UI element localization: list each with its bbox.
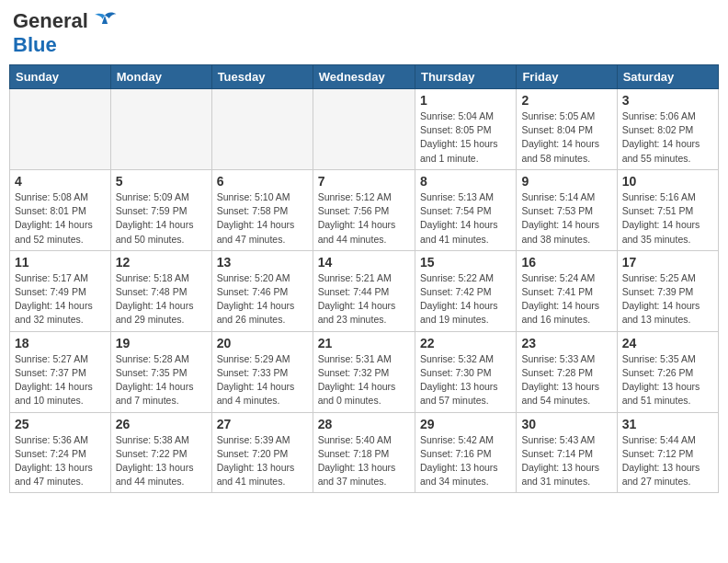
day-header-thursday: Thursday: [415, 65, 516, 89]
calendar-cell: 4Sunrise: 5:08 AM Sunset: 8:01 PM Daylig…: [10, 169, 111, 250]
day-number: 18: [15, 336, 106, 350]
day-info: Sunrise: 5:16 AM Sunset: 7:51 PM Dayligh…: [622, 190, 713, 247]
day-number: 14: [318, 255, 410, 270]
day-info: Sunrise: 5:24 AM Sunset: 7:41 PM Dayligh…: [521, 271, 611, 327]
calendar-cell: 7Sunrise: 5:12 AM Sunset: 7:56 PM Daylig…: [313, 169, 415, 250]
day-info: Sunrise: 5:09 AM Sunset: 7:59 PM Dayligh…: [116, 190, 207, 247]
day-header-saturday: Saturday: [617, 65, 718, 89]
day-number: 20: [217, 336, 308, 350]
day-number: 27: [217, 417, 308, 431]
day-info: Sunrise: 5:35 AM Sunset: 7:26 PM Dayligh…: [622, 352, 713, 408]
day-number: 6: [217, 174, 308, 189]
day-info: Sunrise: 5:08 AM Sunset: 8:01 PM Dayligh…: [15, 190, 106, 247]
calendar-cell: [110, 89, 211, 170]
day-info: Sunrise: 5:22 AM Sunset: 7:42 PM Dayligh…: [420, 271, 511, 327]
day-info: Sunrise: 5:42 AM Sunset: 7:16 PM Dayligh…: [420, 433, 511, 489]
day-header-friday: Friday: [517, 65, 617, 89]
header-row: SundayMondayTuesdayWednesdayThursdayFrid…: [10, 65, 719, 89]
day-info: Sunrise: 5:17 AM Sunset: 7:49 PM Dayligh…: [15, 271, 106, 327]
calendar-cell: 30Sunrise: 5:43 AM Sunset: 7:14 PM Dayli…: [517, 412, 617, 493]
day-number: 1: [420, 93, 511, 108]
logo-bird-icon: [92, 11, 118, 31]
day-info: Sunrise: 5:28 AM Sunset: 7:35 PM Dayligh…: [116, 352, 207, 408]
logo-blue-text: Blue: [13, 33, 57, 56]
day-number: 30: [521, 417, 611, 431]
calendar-cell: 13Sunrise: 5:20 AM Sunset: 7:46 PM Dayli…: [211, 250, 313, 331]
calendar-cell: 17Sunrise: 5:25 AM Sunset: 7:39 PM Dayli…: [617, 250, 718, 331]
day-info: Sunrise: 5:40 AM Sunset: 7:18 PM Dayligh…: [318, 433, 410, 489]
day-info: Sunrise: 5:05 AM Sunset: 8:04 PM Dayligh…: [521, 109, 611, 166]
calendar-table: SundayMondayTuesdayWednesdayThursdayFrid…: [9, 64, 719, 493]
day-number: 25: [15, 417, 106, 431]
calendar-week-2: 4Sunrise: 5:08 AM Sunset: 8:01 PM Daylig…: [10, 169, 719, 250]
day-number: 22: [420, 336, 511, 350]
day-info: Sunrise: 5:31 AM Sunset: 7:32 PM Dayligh…: [318, 352, 410, 408]
calendar-cell: 8Sunrise: 5:13 AM Sunset: 7:54 PM Daylig…: [415, 169, 516, 250]
calendar-cell: 29Sunrise: 5:42 AM Sunset: 7:16 PM Dayli…: [415, 412, 516, 493]
day-info: Sunrise: 5:36 AM Sunset: 7:24 PM Dayligh…: [15, 433, 106, 489]
calendar-cell: 19Sunrise: 5:28 AM Sunset: 7:35 PM Dayli…: [110, 331, 211, 412]
day-number: 17: [622, 255, 713, 270]
day-info: Sunrise: 5:04 AM Sunset: 8:05 PM Dayligh…: [420, 109, 511, 166]
calendar-cell: 18Sunrise: 5:27 AM Sunset: 7:37 PM Dayli…: [10, 331, 111, 412]
day-header-wednesday: Wednesday: [313, 65, 415, 89]
calendar-cell: 31Sunrise: 5:44 AM Sunset: 7:12 PM Dayli…: [617, 412, 718, 493]
calendar-cell: [313, 89, 415, 170]
calendar-week-3: 11Sunrise: 5:17 AM Sunset: 7:49 PM Dayli…: [10, 250, 719, 331]
day-info: Sunrise: 5:06 AM Sunset: 8:02 PM Dayligh…: [622, 109, 713, 166]
day-number: 19: [116, 336, 207, 350]
day-number: 21: [318, 336, 410, 350]
day-number: 3: [622, 93, 713, 108]
day-info: Sunrise: 5:27 AM Sunset: 7:37 PM Dayligh…: [15, 352, 106, 408]
calendar-cell: 16Sunrise: 5:24 AM Sunset: 7:41 PM Dayli…: [517, 250, 617, 331]
calendar-cell: 3Sunrise: 5:06 AM Sunset: 8:02 PM Daylig…: [617, 89, 718, 170]
calendar-cell: 11Sunrise: 5:17 AM Sunset: 7:49 PM Dayli…: [10, 250, 111, 331]
day-number: 13: [217, 255, 308, 270]
calendar-cell: 27Sunrise: 5:39 AM Sunset: 7:20 PM Dayli…: [211, 412, 313, 493]
page-header: General Blue: [9, 9, 719, 57]
day-info: Sunrise: 5:18 AM Sunset: 7:48 PM Dayligh…: [116, 271, 207, 327]
calendar-cell: 6Sunrise: 5:10 AM Sunset: 7:58 PM Daylig…: [211, 169, 313, 250]
calendar-week-4: 18Sunrise: 5:27 AM Sunset: 7:37 PM Dayli…: [10, 331, 719, 412]
day-info: Sunrise: 5:39 AM Sunset: 7:20 PM Dayligh…: [217, 433, 308, 489]
day-info: Sunrise: 5:14 AM Sunset: 7:53 PM Dayligh…: [521, 190, 611, 247]
calendar-cell: 12Sunrise: 5:18 AM Sunset: 7:48 PM Dayli…: [110, 250, 211, 331]
day-number: 2: [521, 93, 611, 108]
day-info: Sunrise: 5:29 AM Sunset: 7:33 PM Dayligh…: [217, 352, 308, 408]
day-number: 4: [15, 174, 106, 189]
day-number: 15: [420, 255, 511, 270]
logo: General Blue: [13, 9, 118, 57]
day-header-monday: Monday: [110, 65, 211, 89]
day-info: Sunrise: 5:32 AM Sunset: 7:30 PM Dayligh…: [420, 352, 511, 408]
calendar-cell: 1Sunrise: 5:04 AM Sunset: 8:05 PM Daylig…: [415, 89, 516, 170]
calendar-cell: 5Sunrise: 5:09 AM Sunset: 7:59 PM Daylig…: [110, 169, 211, 250]
day-number: 23: [521, 336, 611, 350]
day-number: 9: [521, 174, 611, 189]
calendar-cell: 15Sunrise: 5:22 AM Sunset: 7:42 PM Dayli…: [415, 250, 516, 331]
calendar-cell: 21Sunrise: 5:31 AM Sunset: 7:32 PM Dayli…: [313, 331, 415, 412]
day-info: Sunrise: 5:38 AM Sunset: 7:22 PM Dayligh…: [116, 433, 207, 489]
calendar-cell: 14Sunrise: 5:21 AM Sunset: 7:44 PM Dayli…: [313, 250, 415, 331]
calendar-cell: 23Sunrise: 5:33 AM Sunset: 7:28 PM Dayli…: [517, 331, 617, 412]
calendar-cell: 28Sunrise: 5:40 AM Sunset: 7:18 PM Dayli…: [313, 412, 415, 493]
day-number: 24: [622, 336, 713, 350]
logo-general-text: General: [13, 9, 88, 33]
day-info: Sunrise: 5:43 AM Sunset: 7:14 PM Dayligh…: [521, 433, 611, 489]
day-number: 31: [622, 417, 713, 431]
calendar-cell: 26Sunrise: 5:38 AM Sunset: 7:22 PM Dayli…: [110, 412, 211, 493]
day-info: Sunrise: 5:25 AM Sunset: 7:39 PM Dayligh…: [622, 271, 713, 327]
calendar-cell: [211, 89, 313, 170]
day-info: Sunrise: 5:13 AM Sunset: 7:54 PM Dayligh…: [420, 190, 511, 247]
calendar-cell: 2Sunrise: 5:05 AM Sunset: 8:04 PM Daylig…: [517, 89, 617, 170]
day-info: Sunrise: 5:33 AM Sunset: 7:28 PM Dayligh…: [521, 352, 611, 408]
calendar-week-1: 1Sunrise: 5:04 AM Sunset: 8:05 PM Daylig…: [10, 89, 719, 170]
day-info: Sunrise: 5:20 AM Sunset: 7:46 PM Dayligh…: [217, 271, 308, 327]
day-info: Sunrise: 5:10 AM Sunset: 7:58 PM Dayligh…: [217, 190, 308, 247]
day-number: 5: [116, 174, 207, 189]
day-info: Sunrise: 5:21 AM Sunset: 7:44 PM Dayligh…: [318, 271, 410, 327]
day-header-sunday: Sunday: [10, 65, 111, 89]
day-number: 12: [116, 255, 207, 270]
calendar-cell: 10Sunrise: 5:16 AM Sunset: 7:51 PM Dayli…: [617, 169, 718, 250]
day-number: 26: [116, 417, 207, 431]
day-number: 10: [622, 174, 713, 189]
